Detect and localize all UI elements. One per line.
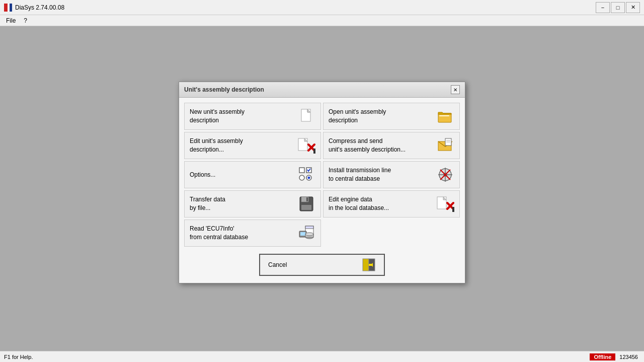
svg-rect-8: [439, 115, 449, 116]
app-icon: [4, 4, 12, 12]
compress-send-label: Compress and send unit's assembly descri…: [329, 137, 432, 154]
svg-rect-31: [306, 197, 308, 201]
edit-unit-button[interactable]: Edit unit's assembly description...: [184, 132, 321, 159]
maximize-button[interactable]: □: [611, 2, 625, 13]
read-ecu-button[interactable]: Read 'ECU7Info' from central database: [184, 220, 321, 247]
svg-point-44: [305, 233, 313, 236]
status-bar: F1 for Help. Offline 123456: [0, 351, 644, 362]
svg-rect-13: [313, 149, 315, 154]
svg-rect-7: [438, 113, 451, 122]
edit-engine-label: Edit engine data in the local database..…: [329, 195, 432, 212]
transfer-data-label: Transfer data by file...: [190, 195, 293, 212]
new-unit-label: New unit's assembly description: [190, 108, 293, 125]
options-button[interactable]: Options...: [184, 161, 321, 188]
open-unit-button[interactable]: Open unit's assembly description: [323, 103, 460, 130]
status-right: Offline 123456: [590, 353, 640, 360]
dialog-title: Unit's assembly description: [184, 86, 264, 93]
close-button[interactable]: ✕: [626, 2, 640, 13]
menu-bar: File ?: [0, 15, 644, 26]
menu-help[interactable]: ?: [20, 16, 31, 25]
svg-point-20: [299, 175, 304, 180]
svg-rect-2: [10, 4, 12, 12]
dialog-close-button[interactable]: ✕: [451, 85, 460, 94]
svg-rect-39: [305, 226, 313, 229]
cancel-area: Cancel: [184, 252, 460, 278]
transfer-data-button[interactable]: Transfer data by file...: [184, 190, 321, 218]
svg-rect-18: [299, 168, 304, 173]
new-unit-button[interactable]: New unit's assembly description: [184, 103, 321, 130]
menu-file[interactable]: File: [2, 16, 20, 25]
minimize-button[interactable]: −: [596, 2, 610, 13]
install-transmission-button[interactable]: Install transmission line to central dat…: [323, 161, 460, 188]
install-transmission-label: Install transmission line to central dat…: [329, 166, 432, 183]
edit-x-icon: [297, 136, 315, 155]
svg-point-22: [308, 177, 310, 179]
app-title: DiaSys 2.74.00.08: [15, 4, 596, 11]
svg-rect-32: [301, 205, 311, 210]
svg-rect-1: [8, 4, 10, 12]
compress-send-button[interactable]: Compress and send unit's assembly descri…: [323, 132, 460, 159]
svg-rect-45: [363, 259, 369, 271]
new-doc-icon: [297, 107, 315, 125]
install-icon: [436, 166, 454, 184]
help-text: F1 for Help.: [4, 354, 590, 360]
compress-icon: [436, 136, 454, 155]
edit-unit-label: Edit unit's assembly description...: [190, 137, 293, 154]
offline-badge: Offline: [590, 353, 615, 360]
empty-cell: [323, 220, 460, 247]
title-bar: DiaSys 2.74.00.08 − □ ✕: [0, 0, 644, 15]
cancel-icon: [362, 258, 376, 272]
open-folder-icon: [436, 107, 454, 125]
cancel-label: Cancel: [268, 261, 362, 268]
dialog-titlebar: Unit's assembly description ✕: [179, 82, 465, 98]
transfer-icon: [297, 195, 315, 213]
window-controls: − □ ✕: [596, 2, 640, 13]
svg-rect-41: [300, 232, 305, 236]
dialog-body: New unit's assembly description: [179, 98, 465, 283]
status-number: 123456: [617, 354, 640, 360]
options-label: Options...: [190, 171, 293, 179]
main-area: Unit's assembly description ✕ New unit's…: [0, 26, 644, 351]
options-icon: [297, 166, 315, 184]
svg-rect-37: [452, 207, 454, 212]
edit-engine-icon: [436, 195, 454, 213]
edit-engine-button[interactable]: Edit engine data in the local database..…: [323, 190, 460, 218]
options-grid: New unit's assembly description: [184, 103, 460, 247]
cancel-button[interactable]: Cancel: [259, 254, 385, 276]
svg-rect-0: [4, 4, 8, 12]
svg-rect-48: [369, 264, 372, 266]
dialog: Unit's assembly description ✕ New unit's…: [179, 82, 465, 283]
read-ecu-label: Read 'ECU7Info' from central database: [190, 225, 293, 242]
open-unit-label: Open unit's assembly description: [329, 108, 432, 125]
ecu-icon: [297, 224, 315, 242]
